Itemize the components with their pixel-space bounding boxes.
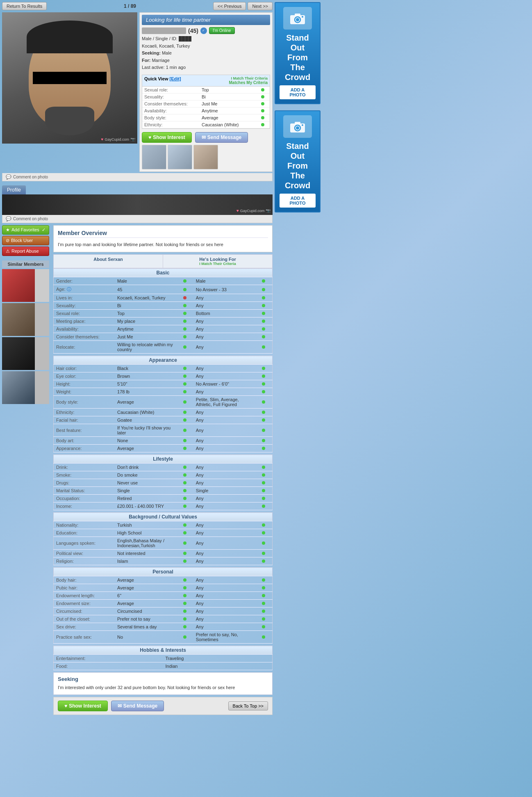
looking-for-banner: Looking for life time partner (142, 15, 270, 25)
match-dot (183, 375, 186, 378)
similar-member-thumb[interactable] (2, 269, 49, 302)
match-dot (183, 610, 186, 613)
table-row: Hair color:BlackAny (54, 365, 273, 372)
match-dot (183, 288, 186, 291)
match-dot (262, 335, 265, 338)
match-dot (262, 279, 265, 283)
ad-box-2: Stand Out From The Crowd ADD A PHOTO (275, 110, 321, 212)
age-info-icon[interactable]: ⓘ (67, 287, 71, 292)
block-icon: ⊘ (6, 238, 9, 243)
section-header-hobbies: Hobbies & Interests (54, 646, 273, 655)
match-dot (262, 296, 265, 299)
profile-header-section: ♥ GayCupid.com 📷 Looking for life time p… (2, 12, 273, 172)
match-dot (262, 610, 265, 613)
match-dot (183, 429, 186, 432)
field-value: Just Me (200, 100, 259, 107)
match-dot (183, 635, 186, 639)
he-value: Any (193, 294, 255, 302)
he-value: Any (193, 333, 255, 341)
table-row: Appearance:AverageAny (54, 445, 273, 452)
send-message-button[interactable]: ✉ Send Message (195, 132, 248, 143)
he-value: Any (193, 317, 255, 325)
block-user-button[interactable]: ⊘ Block User (2, 236, 49, 245)
match-dot (183, 531, 186, 534)
field-value: My place (115, 317, 176, 325)
similar-member-thumb[interactable] (2, 337, 49, 370)
field-value: 45 (115, 285, 176, 294)
table-row: Sexual role: Top Bottom (54, 310, 273, 317)
ad-title-1: Stand Out From The Crowd (280, 33, 316, 82)
table-row: Food:Indian (54, 662, 273, 670)
field-label: Sexuality: (54, 302, 115, 310)
field-value: Average (200, 114, 259, 121)
field-value: Bi (115, 302, 176, 310)
field-value: Top (115, 310, 176, 317)
bottom-send-message-button[interactable]: ✉ Send Message (111, 701, 164, 711)
match-dot (262, 375, 265, 378)
add-favorites-button[interactable]: ★ Add Favorites ✓ (2, 225, 49, 235)
bottom-show-interest-button[interactable]: ♥ Show Interest (58, 701, 108, 711)
add-photo-button-1[interactable]: ADD A PHOTO (280, 85, 316, 99)
he-value: Any (193, 302, 255, 310)
match-dot (183, 367, 186, 370)
match-dot (183, 466, 186, 469)
table-row: Drink:Don't drinkAny (54, 464, 273, 471)
add-photo-button-2[interactable]: ADD A PHOTO (280, 194, 316, 208)
ad-box-1: Stand Out From The Crowd ADD A PHOTO (275, 2, 321, 104)
match-dot (262, 635, 265, 639)
match-dot (261, 123, 264, 126)
message-icon: ✉ (118, 703, 122, 709)
thumbnail[interactable] (168, 145, 192, 169)
match-dot (183, 439, 186, 442)
similar-member-thumb[interactable] (2, 303, 49, 336)
next-button[interactable]: Next >> (248, 2, 273, 10)
user-header: ████████ (45) ✓ I'm Online (142, 27, 270, 34)
comment-on-photo-button-2[interactable]: Comment on photo (13, 217, 48, 221)
profile-info-panel: Looking for life time partner ████████ (… (139, 12, 273, 172)
username-blurred: ████████ (142, 27, 186, 34)
show-interest-button[interactable]: ♥ Show Interest (142, 132, 192, 143)
section-label: Background / Cultural Values (54, 513, 273, 521)
return-to-results-button[interactable]: Return To Results (2, 2, 47, 10)
photo-strip-branding: ♥ GayCupid.com 📷 (236, 208, 271, 213)
match-dot (183, 335, 186, 338)
table-row: Body style:AveragePetite, Slim, Average,… (54, 396, 273, 409)
field-label: Meeting place: (54, 317, 115, 325)
field-label: Consider themselves: (54, 333, 115, 341)
table-row: Age: ⓘ 45 No Answer - 33 (54, 285, 273, 294)
back-to-top-button[interactable]: Back To Top >> (228, 701, 268, 710)
report-abuse-button[interactable]: ⚠ Report Abuse (2, 247, 49, 256)
match-dot (262, 541, 265, 545)
comment-on-photo-button[interactable]: Comment on photo (13, 175, 48, 179)
edit-link[interactable]: [Edit] (170, 76, 181, 81)
match-dot (262, 531, 265, 534)
match-dot (262, 473, 265, 477)
heart-icon: ♥ (101, 137, 104, 142)
match-dot (262, 466, 265, 469)
camera-icon-1 (283, 7, 312, 30)
sidebar: ★ Add Favorites ✓ ⊘ Block User ⚠ Report … (2, 225, 49, 715)
field-value: Top (200, 87, 259, 94)
match-dot (262, 439, 265, 442)
match-dot (183, 541, 186, 545)
prev-button[interactable]: << Previous (213, 2, 246, 10)
field-value: Caucasian (White) (200, 121, 259, 128)
table-row: Languages spoken:English,Bahasa Malay / … (54, 537, 273, 550)
thumbnail[interactable] (193, 145, 218, 169)
similar-member-thumb[interactable] (2, 371, 49, 404)
matches-criteria-label: I Match Their Criteria (229, 76, 268, 80)
svg-point-9 (302, 124, 303, 126)
svg-rect-8 (295, 122, 300, 124)
field-value: Willing to relocate within my country (115, 341, 176, 354)
match-dot (183, 586, 186, 589)
svg-point-2 (296, 18, 299, 21)
thumbnail[interactable] (142, 145, 166, 169)
svg-point-7 (296, 126, 299, 130)
field-label: Gender: (54, 277, 115, 285)
match-dot (183, 617, 186, 621)
profile-tab[interactable]: Profile (2, 185, 26, 194)
section-label: Basic (54, 269, 273, 277)
he-value: Bottom (193, 310, 255, 317)
comment-bar-2: 💬 Comment on photo (2, 215, 273, 223)
table-row: Gender: Male Male (54, 277, 273, 285)
